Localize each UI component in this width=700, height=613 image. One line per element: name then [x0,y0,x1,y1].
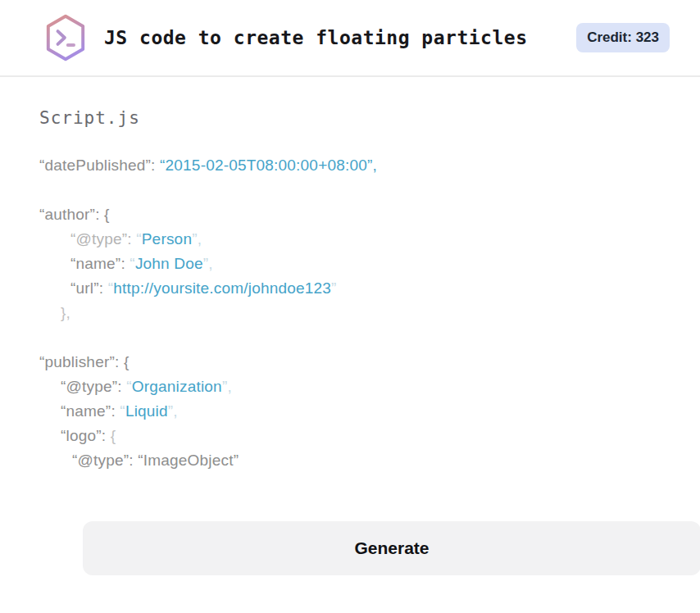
code-line: “author”: { [39,202,661,227]
terminal-hexagon-icon [43,14,89,61]
app-header: JS code to create floating particles Cre… [0,0,700,77]
credit-badge: Credit: 323 [576,23,670,52]
code-line: “@type”: “Person”, [39,227,661,252]
code-blank-line [39,178,661,202]
code-line: }, [39,301,661,325]
code-line: “name”: “John Doe”, [39,252,661,276]
code-line: “name”: “Liquid”, [39,399,661,424]
code-line: “publisher”: { [39,350,661,375]
code-line: “url”: “http://yoursite.com/johndoe123” [39,276,661,301]
code-block: “datePublished”: “2015-02-05T08:00:00+08… [39,153,661,473]
script-filename-label: Script.js [39,108,661,128]
generate-button[interactable]: Generate [83,521,700,575]
code-line: “@type”: “Organization”, [39,375,661,399]
main-content: Script.js “datePublished”: “2015-02-05T0… [0,77,700,575]
code-line: “logo”: { [39,424,661,448]
code-line: “datePublished”: “2015-02-05T08:00:00+08… [39,153,661,178]
code-line: “@type”: “ImageObject” [39,448,661,473]
code-blank-line [39,325,661,350]
page-title: JS code to create floating particles [104,27,576,48]
